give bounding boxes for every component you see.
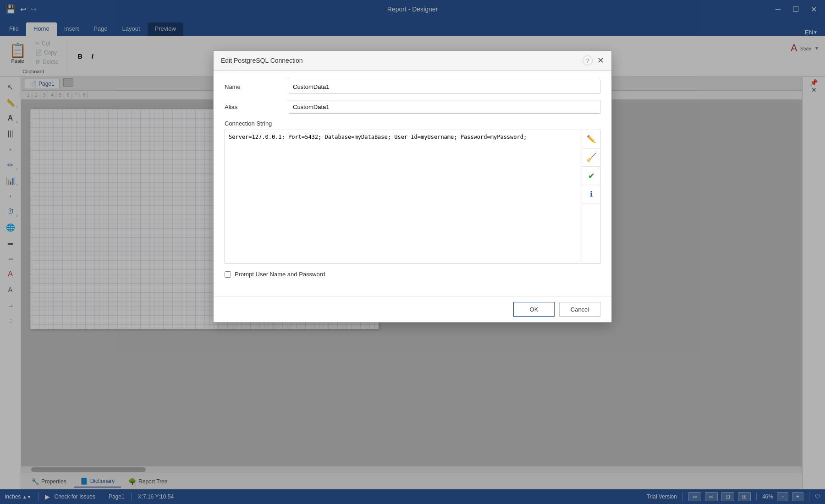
connection-string-label: Connection String bbox=[225, 120, 600, 127]
alias-label: Alias bbox=[225, 104, 289, 110]
edit-connection-modal: Edit PostgreSQL Connection ? ✕ Name Alia… bbox=[213, 50, 612, 323]
info-button[interactable]: ℹ bbox=[582, 185, 600, 203]
name-row: Name bbox=[225, 80, 600, 93]
modal-header-buttons: ? ✕ bbox=[583, 55, 604, 66]
clear-connection-button[interactable]: 🧹 bbox=[582, 148, 600, 167]
connection-string-buttons: ✏️ 🧹 ✔ ℹ bbox=[582, 130, 600, 263]
checkmark-icon: ✔ bbox=[588, 171, 595, 181]
alias-input[interactable] bbox=[289, 100, 600, 114]
prompt-checkbox-row: Prompt User Name and Password bbox=[225, 271, 600, 278]
modal-footer: OK Cancel bbox=[214, 296, 611, 322]
modal-title: Edit PostgreSQL Connection bbox=[221, 57, 302, 64]
edit-pencil-icon: ✏️ bbox=[587, 135, 596, 143]
prompt-checkbox[interactable] bbox=[225, 271, 231, 278]
connection-string-area: ✏️ 🧹 ✔ ℹ bbox=[225, 130, 600, 263]
alias-row: Alias bbox=[225, 100, 600, 114]
prompt-label[interactable]: Prompt User Name and Password bbox=[235, 271, 325, 278]
modal-header: Edit PostgreSQL Connection ? ✕ bbox=[214, 51, 611, 71]
modal-help-button[interactable]: ? bbox=[583, 55, 593, 66]
connection-string-section: Connection String ✏️ 🧹 ✔ bbox=[225, 120, 600, 263]
modal-close-button[interactable]: ✕ bbox=[597, 55, 604, 66]
clear-icon: 🧹 bbox=[586, 153, 596, 163]
check-connection-button[interactable]: ✔ bbox=[582, 167, 600, 185]
info-icon: ℹ bbox=[590, 190, 593, 198]
name-label: Name bbox=[225, 83, 289, 90]
cancel-button[interactable]: Cancel bbox=[559, 302, 600, 317]
ok-button[interactable]: OK bbox=[513, 302, 555, 317]
modal-body: Name Alias Connection String ✏️ bbox=[214, 71, 611, 296]
modal-overlay: Edit PostgreSQL Connection ? ✕ Name Alia… bbox=[0, 0, 825, 504]
connection-string-input[interactable] bbox=[225, 130, 582, 263]
edit-connection-button[interactable]: ✏️ bbox=[582, 130, 600, 148]
name-input[interactable] bbox=[289, 80, 600, 93]
